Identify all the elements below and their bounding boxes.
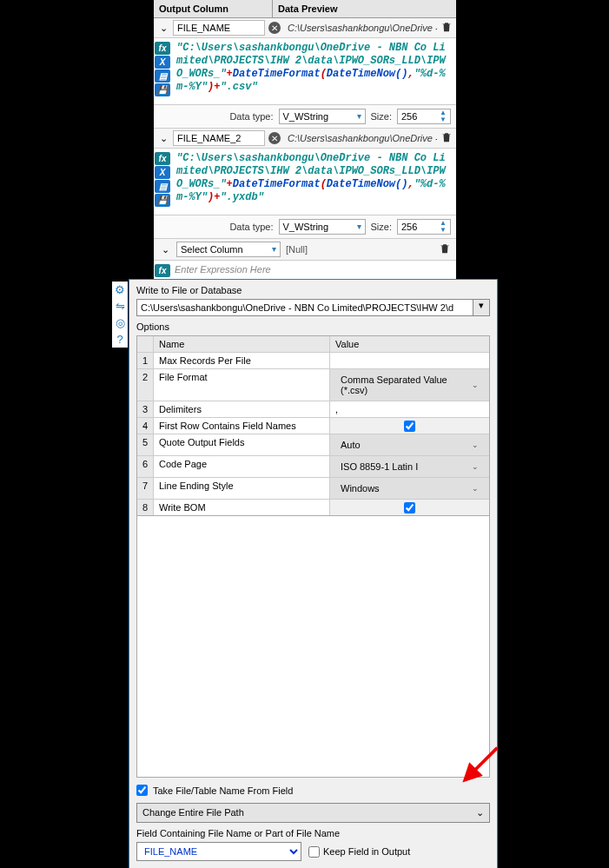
left-icon-bar: ⚙ ⇋ ◎ ? <box>112 282 128 348</box>
option-name: Max Records Per File <box>154 353 330 368</box>
expression-text[interactable]: "C:\Users\sashankbongu\OneDrive - NBN Co… <box>171 150 456 213</box>
fx-icon[interactable]: fx <box>155 152 170 165</box>
clear-icon[interactable]: ✕ <box>268 132 281 144</box>
expression-area: fx X ▤ 💾 "C:\Users\sashankbongu\OneDrive… <box>154 149 456 215</box>
datatype-row: Data type: V_WString Size: 256▲▼ <box>154 105 456 129</box>
output-config-panel: ⚙ ⇋ ◎ ? Write to File or Database ▾ Opti… <box>129 279 498 868</box>
trash-icon[interactable] <box>440 21 453 35</box>
datatype-select[interactable]: V_WString <box>279 109 366 124</box>
select-column-row: ⌄ Select Column [Null] <box>154 239 456 261</box>
size-spinner[interactable]: 256▲▼ <box>397 219 451 235</box>
option-row: 4 First Row Contains Field Names <box>137 418 489 434</box>
fx-icon[interactable]: fx <box>155 264 170 277</box>
clear-icon[interactable]: ✕ <box>268 22 281 34</box>
option-value-select[interactable]: Comma Separated Value (*.csv)⌄ <box>330 369 489 401</box>
gear-icon[interactable]: ⚙ <box>115 283 125 296</box>
output-field-name[interactable]: FILE_NAME <box>173 20 265 36</box>
null-preview: [Null] <box>286 244 308 255</box>
options-spacer <box>136 516 490 778</box>
output-field-name[interactable]: FILE_NAME_2 <box>173 130 265 146</box>
data-preview-header: Data Preview <box>273 0 456 17</box>
option-row: 2 File Format Comma Separated Value (*.c… <box>137 369 489 401</box>
options-label: Options <box>129 321 497 335</box>
change-path-dropdown[interactable]: Change Entire File Path⌄ <box>136 803 490 823</box>
option-name: Write BOM <box>154 500 330 515</box>
help-icon[interactable]: ? <box>116 333 122 346</box>
trash-icon[interactable] <box>439 242 451 256</box>
option-row: 3 Delimiters , <box>137 401 489 418</box>
file-name-field-select[interactable]: FILE_NAME <box>136 842 301 861</box>
link-icon[interactable]: ⇋ <box>116 300 125 313</box>
option-name: First Row Contains Field Names <box>154 418 330 434</box>
nav-icon[interactable]: ◎ <box>116 316 125 329</box>
option-value-text[interactable]: , <box>330 401 489 417</box>
options-table: Name Value 1 Max Records Per File 2 File… <box>136 335 490 516</box>
output-column-header: Output Column <box>154 0 273 17</box>
expression-area: fx X ▤ 💾 "C:\Users\sashankbongu\OneDrive… <box>154 38 456 105</box>
fx-icon[interactable]: fx <box>155 42 170 55</box>
variable-icon[interactable]: X <box>155 166 170 179</box>
option-value-select[interactable]: ISO 8859-1 Latin I⌄ <box>330 456 489 477</box>
formula-row: ⌄ FILE_NAME_2 ✕ C:\Users\sashankbongu\On… <box>154 129 456 149</box>
preview-text: C:\Users\sashankbongu\OneDrive - ... <box>284 23 437 33</box>
expression-text[interactable]: "C:\Users\sashankbongu\OneDrive - NBN Co… <box>171 40 456 103</box>
take-name-checkbox[interactable]: Take File/Table Name From Field <box>136 785 490 796</box>
option-row: 6 Code Page ISO 8859-1 Latin I⌄ <box>137 456 489 478</box>
option-name: Delimiters <box>154 401 330 417</box>
keep-field-checkbox[interactable]: Keep Field in Output <box>308 846 410 858</box>
datatype-select[interactable]: V_WString <box>279 219 366 235</box>
option-row: 8 Write BOM <box>137 500 489 515</box>
option-name: Line Ending Style <box>154 478 330 499</box>
preview-text: C:\Users\sashankbongu\OneDrive - ... <box>284 133 437 143</box>
folder-icon[interactable]: ▤ <box>155 180 170 193</box>
option-name: Code Page <box>154 456 330 477</box>
select-column-dropdown[interactable]: Select Column <box>176 242 281 257</box>
path-dropdown-button[interactable]: ▾ <box>473 299 490 316</box>
chevron-down-icon[interactable]: ⌄ <box>159 244 171 255</box>
save-icon[interactable]: 💾 <box>155 194 170 207</box>
col-value-header: Value <box>330 336 489 352</box>
output-path-input[interactable] <box>136 299 473 316</box>
option-value-check[interactable] <box>404 502 415 514</box>
datatype-row: Data type: V_WString Size: 256▲▼ <box>154 215 456 239</box>
option-name: Quote Output Fields <box>154 434 330 455</box>
expression-placeholder[interactable]: Enter Expression Here <box>171 262 275 277</box>
field-containing-label: Field Containing File Name or Part of Fi… <box>136 828 490 838</box>
save-icon[interactable]: 💾 <box>155 83 170 96</box>
variable-icon[interactable]: X <box>155 56 170 69</box>
write-title: Write to File or Database <box>129 280 497 299</box>
option-row: 7 Line Ending Style Windows⌄ <box>137 478 489 500</box>
formula-config-panel: Output Column Data Preview ⌄ FILE_NAME ✕… <box>154 0 456 279</box>
formula-header: Output Column Data Preview <box>154 0 456 18</box>
folder-icon[interactable]: ▤ <box>155 70 170 83</box>
option-value-select[interactable]: Auto⌄ <box>330 434 489 455</box>
option-row: 5 Quote Output Fields Auto⌄ <box>137 434 489 456</box>
chevron-down-icon[interactable]: ⌄ <box>157 133 169 144</box>
option-value-text[interactable] <box>330 353 489 358</box>
option-row: 1 Max Records Per File <box>137 353 489 369</box>
trash-icon[interactable] <box>440 131 453 145</box>
formula-row: ⌄ FILE_NAME ✕ C:\Users\sashankbongu\OneD… <box>154 18 456 38</box>
chevron-down-icon[interactable]: ⌄ <box>157 23 169 34</box>
col-name-header: Name <box>154 336 330 352</box>
option-value-check[interactable] <box>404 421 415 432</box>
option-value-select[interactable]: Windows⌄ <box>330 478 489 499</box>
option-name: File Format <box>154 369 330 401</box>
size-spinner[interactable]: 256▲▼ <box>397 109 451 124</box>
